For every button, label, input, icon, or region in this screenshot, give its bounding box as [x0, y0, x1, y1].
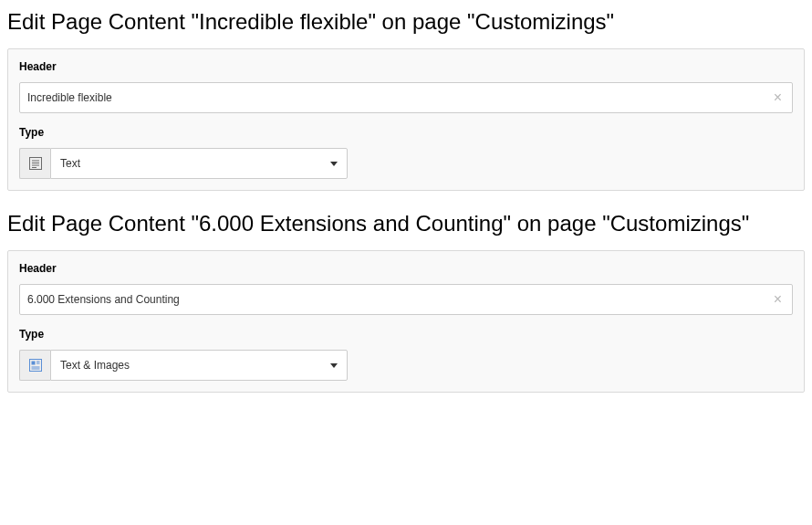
header-label: Header [19, 262, 793, 275]
type-select-value: Text & Images [60, 359, 325, 372]
content-type-text-icon [19, 148, 50, 179]
svg-rect-6 [31, 362, 35, 365]
close-icon: × [774, 89, 782, 105]
close-icon: × [774, 291, 782, 307]
type-select-value: Text [60, 157, 325, 170]
header-input-wrap: × [19, 82, 793, 113]
type-select[interactable]: Text [50, 148, 348, 179]
type-field-group: Type Text [19, 126, 793, 179]
type-select[interactable]: Text & Images [50, 350, 348, 381]
type-select-combo: Text [19, 148, 348, 179]
header-label: Header [19, 60, 793, 73]
type-select-combo: Text & Images [19, 350, 348, 381]
header-field-group: Header × [19, 262, 793, 315]
type-label: Type [19, 328, 793, 341]
chevron-down-icon [330, 363, 338, 368]
edit-page-content-section: Edit Page Content "Incredible flexible" … [7, 7, 805, 191]
edit-page-content-section: Edit Page Content "6.000 Extensions and … [7, 209, 805, 393]
header-input-wrap: × [19, 284, 793, 315]
header-input[interactable] [19, 82, 793, 113]
form-panel: Header × Type [7, 48, 805, 191]
clear-input-button[interactable]: × [770, 89, 786, 107]
type-label: Type [19, 126, 793, 139]
clear-input-button[interactable]: × [770, 290, 786, 309]
section-title: Edit Page Content "Incredible flexible" … [7, 7, 805, 36]
chevron-down-icon [330, 162, 338, 166]
content-type-text-images-icon [19, 350, 50, 381]
type-field-group: Type Text & Images [19, 328, 793, 381]
svg-rect-5 [29, 360, 41, 372]
form-panel: Header × Type [7, 250, 805, 393]
header-field-group: Header × [19, 60, 793, 113]
header-input[interactable] [19, 284, 793, 315]
section-title: Edit Page Content "6.000 Extensions and … [7, 209, 805, 237]
